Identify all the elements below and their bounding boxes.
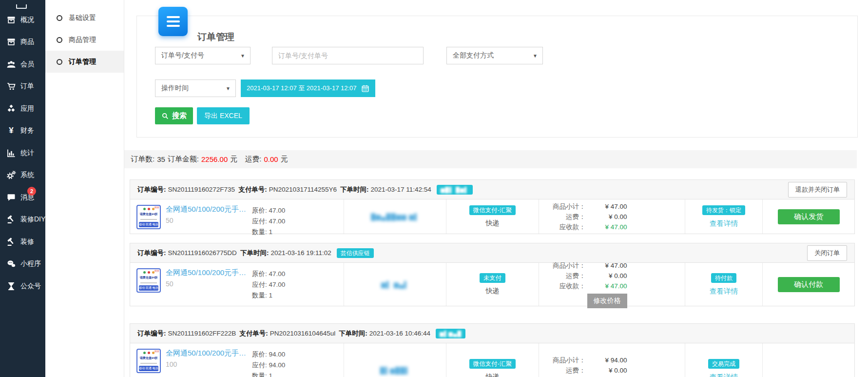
view-detail-link[interactable]: 查看详情 [710,373,738,377]
sidebar-item-system[interactable]: 系统 [0,164,45,187]
order-time: 2021-03-16 10:46:44 [369,330,430,337]
status-badge: 交易完成 [708,359,739,369]
freight-value: ¥ 0.00 [586,271,627,281]
receivable-value: ¥ 47.00 [586,281,627,291]
order-sn: SN2011191602FF222B [168,330,236,337]
shipping-method: 快递 [485,373,499,377]
sidebar-item-messages[interactable]: 消息 2 [0,186,45,209]
buyer-cell: █▆▄██▆▆ ▆▌ [344,199,446,234]
app-layout: 概况 商品 会员 订单 应用 ¥ 财务 统计 系统 [0,0,868,377]
payment-method-select[interactable]: 全部支付方式 ▼ [446,47,543,64]
freight-label: 运费: [245,155,261,164]
search-button[interactable]: 搜索 [155,107,193,124]
product-name-link[interactable]: 全网通50/100/200元手… [166,205,247,214]
submenu-item-basic-settings[interactable]: 基础设置 [45,7,124,29]
search-field-select[interactable]: 订单号/支付号 ▼ [155,47,251,64]
export-excel-button[interactable]: 导出 EXCEL [197,107,250,124]
totals-cell: 商品小计：¥ 47.00 运费：¥ 0.00 应收款：¥ 47.00 修改价格 [539,263,685,306]
summary-bar: 订单数: 35 订单金额: 2256.00元 运费: 0.00元 [124,150,857,168]
sidebar-item-label: 装修DIY [20,215,45,224]
orders-count-label: 订单数: [131,155,154,164]
buyer-name: █▆▄██▆▆ ▆▌ [371,213,420,220]
sidebar-item-official-account[interactable]: 公众号 [0,275,45,298]
order-time: 2021-03-16 19:11:02 [270,249,331,257]
order-pn: PN20210316104645ul [270,330,335,337]
sidebar-item-apps[interactable]: 应用 [0,98,45,120]
product-thumbnail: 特价 话费充值94折 移动 联通 电信 [136,349,161,373]
status-badge: 待付款 [711,273,736,283]
subtotal-value: ¥ 47.00 [586,260,627,271]
filter-row-2: 操作时间 ▼ 2021-03-17 12:07 至 2021-03-17 12:… [155,79,375,97]
date-range-button[interactable]: 2021-03-17 12:07 至 2021-03-17 12:07 [241,79,375,97]
product-spec: 50 [166,217,247,224]
sidebar-item-overview[interactable]: 概况 [0,9,45,31]
modify-price-button[interactable]: 修改价格 [587,294,627,308]
sidebar-item-label: 应用 [20,104,34,113]
radio-circle-icon [57,37,62,43]
sidebar-item-orders[interactable]: 订单 [0,76,45,98]
view-detail-link[interactable]: 查看详情 [710,287,738,296]
order-row: 特价 话费充值94折 移动 联通 电信 全网通50/100/200元手… 100… [130,343,854,377]
buyer-cell: █▌▆██▌ [344,343,446,377]
product-thumbnail: 特价 话费充值94折 移动 联通 电信 [136,268,161,293]
order-row: 特价 话费充值94折 移动 联通 电信 全网通50/100/200元手… 50 … [130,263,854,306]
freight-value: 0.00 [264,155,278,163]
buyer-cell: ▆▌ ▆▄▌ [344,263,446,306]
view-detail-link[interactable]: 查看详情 [710,219,738,228]
cubes-icon [6,104,16,114]
message-count-badge: 2 [27,187,36,196]
confirm-payment-button[interactable]: 确认付款 [778,277,840,292]
order-tag-badge: ▆▌▆▄█ [436,329,465,338]
keyword-input[interactable] [272,47,424,64]
sidebar-item-decorate[interactable]: 装修 [0,231,45,253]
sidebar-item-stats[interactable]: 统计 [0,142,45,164]
totals-cell: 商品小计：¥ 94.00 运费：¥ 0.00 应收款：¥ 94.00 [539,343,685,377]
sidebar-item-miniprogram[interactable]: 小程序 [0,253,45,276]
confirm-ship-button[interactable]: 确认发货 [778,209,840,224]
product-name-link[interactable]: 全网通50/100/200元手… [166,349,247,358]
order-pn: PN20210317114255Y6 [269,186,337,193]
close-order-button[interactable]: 关闭订单 [807,245,847,261]
product-cell: 特价 话费充值94折 移动 联通 电信 全网通50/100/200元手… 50 … [130,199,344,234]
order-card: 订单编号: SN2011191602FF222B 支付单号: PN2021031… [130,323,855,377]
sidebar-item-finance[interactable]: ¥ 财务 [0,120,45,142]
status-badge: 待发货：锁定 [702,205,745,215]
status-cell: 待发货：锁定 查看详情 [685,199,763,234]
status-cell: 交易完成 查看详情 [685,343,763,377]
submenu-item-label: 基础设置 [69,14,96,22]
chevron-down-icon: ▼ [226,86,231,91]
submenu: 基础设置 商品管理 订单管理 [45,0,124,377]
order-tag-badge: ▆█▌ █▆▌ [437,185,473,195]
product-price-info: 原价: 47.00 应付: 47.00 数量: 1 [252,205,285,234]
freight-value: ¥ 0.00 [586,365,627,376]
submenu-item-goods-management[interactable]: 商品管理 [45,29,124,51]
search-icon [161,112,169,120]
product-cell: 特价 话费充值94折 移动 联通 电信 全网通50/100/200元手… 100… [130,343,344,377]
sidebar-item-decorate-diy[interactable]: 装修DIY [0,209,45,231]
cart-icon [6,81,16,91]
sidebar-item-members[interactable]: 会员 [0,53,45,76]
action-cell: 确认付款 [763,263,854,306]
submenu-item-order-management[interactable]: 订单管理 [45,51,124,73]
product-name-link[interactable]: 全网通50/100/200元手… [166,268,247,278]
refund-close-order-button[interactable]: 退款并关闭订单 [788,182,847,198]
action-cell [763,343,854,377]
menu-toggle-button[interactable] [158,7,188,36]
payment-cell: 未支付 快递 [446,263,539,306]
freight-value: ¥ 0.00 [586,212,627,222]
totals-cell: 商品小计：¥ 47.00 运费：¥ 0.00 应收款：¥ 47.00 [539,199,685,234]
payment-badge: 微信支付-汇聚 [469,359,516,369]
order-row: 特价 话费充值94折 移动 联通 电信 全网通50/100/200元手… 50 … [130,199,854,234]
sidebar-item-label: 订单 [20,82,34,91]
receivable-value: ¥ 94.00 [586,376,627,377]
orders-count: 35 [157,155,165,163]
subtotal-value: ¥ 94.00 [586,355,627,365]
chevron-down-icon: ▼ [533,53,538,59]
sidebar-item-goods[interactable]: 商品 [0,31,45,54]
order-header: 订单编号: SN2011191602FF222B 支付单号: PN2021031… [130,324,854,343]
sidebar-item-partial[interactable] [0,0,45,9]
gears-icon [6,170,16,180]
sidebar-item-label: 系统 [20,171,34,179]
product-cell: 特价 话费充值94折 移动 联通 电信 全网通50/100/200元手… 50 … [130,263,344,306]
time-type-select[interactable]: 操作时间 ▼ [155,79,236,97]
